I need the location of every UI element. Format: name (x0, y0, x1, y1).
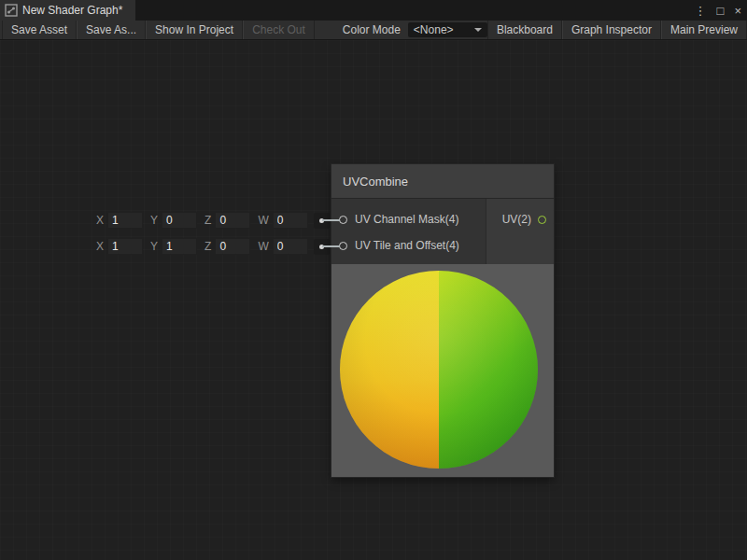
shader-graph-icon (5, 4, 18, 17)
field-label-x: X (96, 214, 104, 227)
color-mode-value: <None> (414, 23, 454, 36)
save-asset-button[interactable]: Save Asset (2, 21, 77, 39)
window-controls: ⋮ □ × (695, 0, 741, 21)
input-port-icon[interactable] (339, 242, 347, 250)
save-as-button[interactable]: Save As... (77, 21, 146, 39)
output-port-label: UV(2) (502, 213, 531, 226)
input-port-row: UV Tile and Offset(4) (331, 232, 486, 259)
output-port-row: UV(2) (486, 206, 554, 232)
edge-uv-channel-mask[interactable] (322, 219, 340, 221)
preview-sphere (340, 271, 538, 469)
vector4-input-row-2: X Y Z W (96, 237, 330, 256)
main-preview-toggle-button[interactable]: Main Preview (661, 21, 747, 39)
field-label-w: W (258, 240, 268, 253)
field-label-y: Y (150, 240, 158, 253)
input-port-label: UV Tile and Offset(4) (355, 239, 459, 252)
color-mode-label: Color Mode (315, 21, 408, 39)
node-inputs: UV Channel Mask(4) UV Tile and Offset(4) (331, 199, 486, 264)
node-preview (331, 264, 554, 477)
color-mode-dropdown[interactable]: <None> (408, 22, 487, 37)
uvcombine-node[interactable]: UVCombine UV Channel Mask(4) UV Tile and… (331, 164, 554, 477)
check-out-button[interactable]: Check Out (243, 21, 315, 39)
graph-inspector-toggle-button[interactable]: Graph Inspector (562, 21, 661, 39)
tab-new-shader-graph[interactable]: New Shader Graph* (0, 0, 135, 21)
vector1-w-field[interactable] (273, 212, 308, 229)
window-menu-icon[interactable]: ⋮ (695, 5, 707, 17)
vector2-y-field[interactable] (162, 238, 197, 255)
input-port-row: UV Channel Mask(4) (331, 206, 486, 232)
output-port-icon[interactable] (538, 216, 546, 224)
node-title-bar[interactable]: UVCombine (331, 164, 554, 199)
tab-title: New Shader Graph* (22, 4, 122, 17)
vector2-z-field[interactable] (215, 238, 250, 255)
field-label-z: Z (204, 240, 211, 253)
field-label-y: Y (150, 214, 158, 227)
chevron-down-icon (474, 28, 482, 32)
node-title: UVCombine (343, 175, 408, 189)
toolbar: Save Asset Save As... Show In Project Ch… (0, 21, 747, 40)
vector4-input-row-1: X Y Z W (96, 211, 330, 230)
blackboard-toggle-button[interactable]: Blackboard (487, 21, 562, 39)
maximize-icon[interactable]: □ (717, 5, 725, 17)
vector1-y-field[interactable] (162, 212, 197, 229)
shader-graph-window: New Shader Graph* ⋮ □ × Save Asset Save … (0, 0, 747, 560)
field-label-z: Z (204, 214, 211, 227)
input-port-icon[interactable] (339, 216, 347, 224)
field-label-w: W (258, 214, 268, 227)
vector2-w-field[interactable] (273, 238, 308, 255)
sphere-shading (340, 271, 538, 469)
vector1-z-field[interactable] (215, 212, 250, 229)
field-label-x: X (96, 240, 104, 253)
graph-canvas[interactable]: X Y Z W X Y Z W UVCombine (0, 40, 747, 560)
vector1-x-field[interactable] (107, 212, 143, 229)
node-port-area: UV Channel Mask(4) UV Tile and Offset(4)… (331, 199, 554, 264)
close-icon[interactable]: × (734, 5, 741, 17)
node-outputs: UV(2) (486, 199, 554, 264)
input-port-label: UV Channel Mask(4) (355, 213, 458, 226)
show-in-project-button[interactable]: Show In Project (146, 21, 243, 39)
tab-bar: New Shader Graph* ⋮ □ × (0, 0, 747, 21)
vector2-x-field[interactable] (107, 238, 143, 255)
edge-uv-tile-offset[interactable] (322, 245, 340, 247)
